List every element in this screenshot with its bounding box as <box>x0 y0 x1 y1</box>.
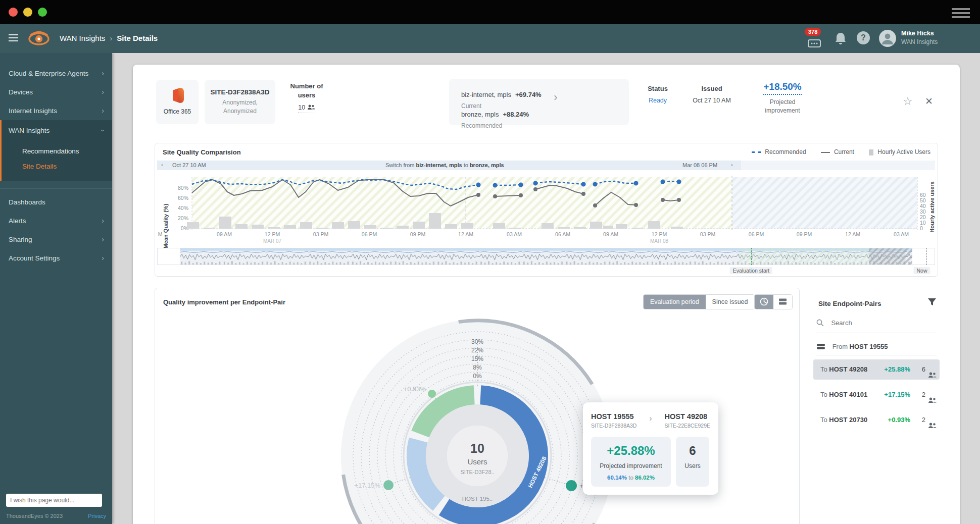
list-view-button[interactable] <box>773 295 792 309</box>
chevron-right-icon: › <box>102 64 104 83</box>
browser-menu-icon[interactable] <box>952 8 970 20</box>
users-icon <box>307 104 315 110</box>
sidebar-item-internet-insights[interactable]: Internet Insights› <box>0 101 112 120</box>
users-icon <box>928 416 937 437</box>
recommendations-icon[interactable] <box>808 39 821 49</box>
row-delta: +17.15% <box>884 385 910 405</box>
sidebar-item-site-details[interactable]: Site Details <box>2 159 112 174</box>
window-minimize-button[interactable] <box>23 8 32 17</box>
tooltip-to-site: SITE-22E8CE929E <box>665 423 710 429</box>
sidebar-item-sharing[interactable]: Sharing› <box>0 230 112 249</box>
point-host-40101[interactable] <box>383 480 394 490</box>
site-anonymized: Anonymized,Anonymized <box>205 98 275 116</box>
pie-view-button[interactable] <box>755 295 773 309</box>
users-block: Number of users 10 <box>282 82 331 113</box>
alerts-bell-icon[interactable] <box>835 31 847 47</box>
users-value[interactable]: 10 <box>298 104 315 113</box>
filter-icon[interactable] <box>927 298 937 308</box>
point-host-49208[interactable] <box>566 480 577 491</box>
center-users-label: Users <box>467 457 487 466</box>
site-details-card: Office 365 SITE-D3F2838A3D Anonymized,An… <box>133 65 960 524</box>
sidebar-toggle-icon[interactable] <box>9 34 18 43</box>
privacy-link[interactable]: Privacy <box>88 513 106 519</box>
sidebar-item-label: Internet Insights <box>9 107 57 115</box>
router-icon <box>816 343 825 350</box>
x-tick: 12 PM <box>265 231 280 237</box>
recommended-path: bronze, mpls+88.24% Recommended <box>461 110 529 129</box>
close-icon[interactable]: ✕ <box>925 95 933 107</box>
office365-tile: Office 365 <box>156 80 199 124</box>
search-input[interactable] <box>831 319 922 327</box>
view-toggle <box>754 294 793 309</box>
point-host-20730[interactable] <box>428 390 436 398</box>
range-prev-icon[interactable]: ‹ <box>161 162 163 168</box>
now-marker <box>926 248 926 265</box>
month-marker: MAR 08 <box>650 238 668 244</box>
endpoint-from-row: From HOST 19555 <box>816 338 937 355</box>
x-tick: 12 PM <box>652 231 667 237</box>
tooltip-quality-range: 60.14% to 86.02% <box>595 475 667 481</box>
toggle-since-issued[interactable]: Since issued <box>706 295 755 309</box>
sidebar-item-label: Dashboards <box>9 198 45 206</box>
row-users: 6 <box>922 359 925 380</box>
endpoint-row[interactable]: To HOST 40101 +17.15% 2 <box>813 385 940 405</box>
pie-chart-icon <box>760 297 768 306</box>
switch-annotation: Switch from biz-internet, mpls to bronze… <box>385 162 504 168</box>
sidebar-item-recommendations[interactable]: Recommendations <box>2 144 112 159</box>
recommended-path-caption: Recommended <box>461 122 529 129</box>
center-users-value: 10 <box>470 441 484 455</box>
user-avatar[interactable] <box>879 30 896 47</box>
thousandeyes-logo[interactable] <box>26 30 52 49</box>
feedback-input[interactable] <box>6 494 102 507</box>
x-tick: 06 PM <box>749 231 764 237</box>
breadcrumb-root[interactable]: WAN Insights <box>60 34 105 42</box>
notification-count-badge[interactable]: 378 <box>805 28 821 36</box>
window-close-button[interactable] <box>9 8 18 17</box>
users-icon <box>928 391 937 411</box>
sidebar-item-wan-insights[interactable]: WAN Insights› <box>2 121 112 140</box>
sidebar-item-devices[interactable]: Devices› <box>0 83 112 101</box>
office365-label: Office 365 <box>156 108 199 115</box>
sidebar-item-label: Alerts <box>9 217 26 225</box>
tooltip-users-label: Users <box>680 462 705 469</box>
status-label: Status <box>639 85 676 92</box>
chevron-right-icon: › <box>102 249 104 268</box>
overview-brush-chart[interactable] <box>157 248 935 265</box>
sidebar-item-alerts[interactable]: Alerts› <box>0 212 112 230</box>
recommended-path-delta: +88.24% <box>503 111 529 118</box>
office365-logo <box>156 87 199 106</box>
sidebar-item-label: Sharing <box>9 236 32 243</box>
radial-tick: 30% <box>471 338 483 345</box>
range-next-icon[interactable]: › <box>731 162 733 168</box>
chart-legend: Recommended Current Hourly Active Users <box>739 148 930 155</box>
favorite-star-icon[interactable]: ☆ <box>903 95 913 108</box>
status-value: Ready <box>639 97 676 104</box>
window-zoom-button[interactable] <box>38 8 47 17</box>
sidebar-item-dashboards[interactable]: Dashboards <box>0 193 112 212</box>
row-users: 2 <box>922 410 925 430</box>
endpoint-row[interactable]: To HOST 49208 +25.88% 6 <box>813 359 940 380</box>
status-block: Status Ready <box>639 85 676 104</box>
legend-hourly-swatch <box>869 149 873 155</box>
sidebar-item-label: Account Settings <box>9 254 60 262</box>
user-name[interactable]: Mike Hicks <box>901 30 934 37</box>
from-host: HOST 19555 <box>850 343 888 350</box>
endpoint-search[interactable] <box>816 318 937 333</box>
sidebar-item-account-settings[interactable]: Account Settings› <box>0 249 112 268</box>
chevron-right-icon: › <box>649 414 652 423</box>
site-quality-title: Site Quality Comparision <box>163 148 241 156</box>
sidebar-item-cloud-enterprise-agents[interactable]: Cloud & Enterprise Agents› <box>0 64 112 83</box>
endpoint-row[interactable]: To HOST 20730 +0.93% 2 <box>813 410 940 430</box>
projected-improvement-value[interactable]: +18.50% <box>763 81 802 95</box>
toggle-evaluation-period[interactable]: Evaluation period <box>644 295 706 309</box>
evaluation-start-label: Evaluation start <box>730 267 772 274</box>
x-tick: M <box>158 231 163 237</box>
point-label: +0.93% <box>404 385 426 393</box>
users-icon <box>928 366 937 386</box>
help-icon[interactable]: ? <box>857 31 870 44</box>
radial-chart[interactable]: 30% 22% 15% 8% 0% HOST 49208 +0.93% +17.… <box>155 310 800 524</box>
radial-tick: 15% <box>471 355 483 362</box>
breadcrumb: WAN Insights›Site Details <box>60 34 158 42</box>
projected-improvement-block: +18.50% Projected improvement <box>747 81 818 115</box>
chevron-down-icon: › <box>93 129 112 132</box>
